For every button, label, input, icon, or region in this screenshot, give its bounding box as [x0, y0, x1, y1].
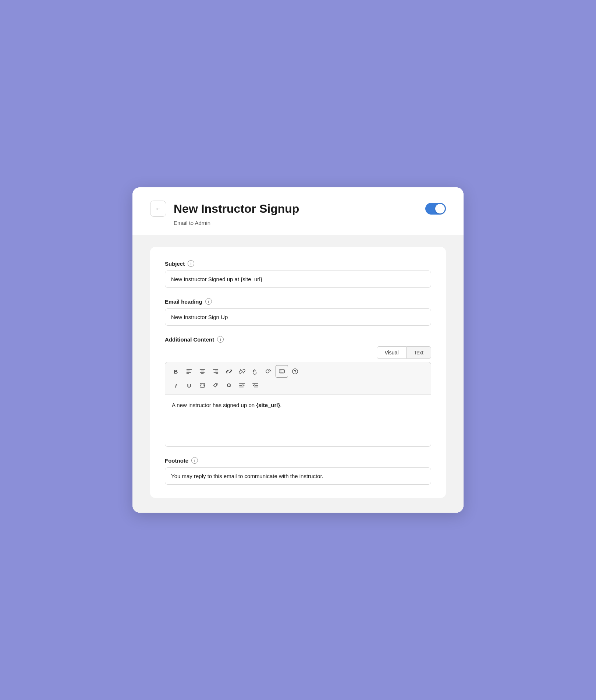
- redo-button[interactable]: [262, 365, 275, 378]
- indent-button[interactable]: [236, 379, 248, 392]
- code-button[interactable]: [196, 379, 209, 392]
- email-heading-info-icon[interactable]: i: [205, 298, 212, 305]
- italic-button[interactable]: I: [170, 379, 182, 392]
- subject-group: Subject i: [165, 260, 431, 288]
- subject-input[interactable]: [165, 271, 431, 288]
- footnote-input[interactable]: [165, 467, 431, 485]
- svg-rect-8: [213, 370, 218, 370]
- svg-rect-7: [201, 373, 203, 374]
- svg-rect-2: [187, 372, 191, 373]
- page-title: New Instructor Signup: [174, 202, 418, 216]
- footnote-label: Footnote i: [165, 457, 431, 464]
- svg-rect-6: [200, 372, 205, 373]
- svg-rect-0: [187, 370, 192, 370]
- modal-subtitle: Email to Admin: [150, 220, 446, 226]
- additional-content-group: Additional Content i Visual Text: [165, 336, 431, 447]
- svg-rect-15: [283, 371, 284, 371]
- modal-container: ← New Instructor Signup Email to Admin S…: [132, 187, 464, 513]
- editor-text-prefix: A new instructor has signed up on: [172, 402, 256, 408]
- svg-rect-10: [214, 372, 219, 373]
- back-button[interactable]: ←: [150, 201, 166, 217]
- editor-text-end: .: [280, 402, 281, 408]
- link-button[interactable]: [223, 365, 235, 378]
- header-top: ← New Instructor Signup: [150, 201, 446, 217]
- svg-rect-9: [215, 371, 218, 371]
- additional-content-info-icon[interactable]: i: [217, 336, 224, 343]
- svg-rect-13: [280, 371, 281, 371]
- undo-button[interactable]: [249, 365, 262, 378]
- svg-rect-1: [187, 371, 190, 371]
- subject-label: Subject i: [165, 260, 431, 267]
- svg-rect-14: [281, 371, 282, 371]
- svg-rect-19: [200, 383, 205, 388]
- svg-rect-16: [280, 372, 284, 372]
- keyboard-shortcuts-button[interactable]: [276, 365, 288, 378]
- enable-toggle[interactable]: [425, 203, 446, 215]
- svg-rect-11: [216, 373, 218, 374]
- footnote-info-icon[interactable]: i: [191, 457, 198, 464]
- editor-content-area[interactable]: A new instructor has signed up on {site_…: [165, 395, 431, 446]
- svg-rect-4: [200, 370, 205, 370]
- editor-wrapper: Visual Text B: [165, 346, 431, 447]
- form-card: Subject i Email heading i Additional Con…: [150, 247, 446, 498]
- tab-text[interactable]: Text: [406, 346, 431, 359]
- subject-info-icon[interactable]: i: [188, 260, 194, 267]
- toolbar-row-1: B: [170, 365, 426, 378]
- outdent-button[interactable]: [249, 379, 262, 392]
- bold-button[interactable]: B: [170, 365, 182, 378]
- tag-button[interactable]: [209, 379, 222, 392]
- special-chars-button[interactable]: Ω: [223, 379, 235, 392]
- email-heading-input[interactable]: [165, 308, 431, 326]
- editor-text-bold: {site_url}: [256, 402, 280, 408]
- align-right-button[interactable]: [209, 365, 222, 378]
- modal-header: ← New Instructor Signup Email to Admin: [132, 187, 464, 235]
- svg-point-20: [216, 384, 217, 385]
- underline-button[interactable]: U: [183, 379, 195, 392]
- svg-rect-5: [201, 371, 204, 371]
- editor-tabs: Visual Text: [165, 346, 431, 359]
- toolbar-row-2: I U: [170, 379, 426, 392]
- align-center-button[interactable]: [196, 365, 209, 378]
- unlink-button[interactable]: [236, 365, 248, 378]
- footnote-group: Footnote i: [165, 457, 431, 485]
- email-heading-label: Email heading i: [165, 298, 431, 305]
- editor-toolbar: B: [165, 362, 431, 395]
- align-left-button[interactable]: [183, 365, 195, 378]
- additional-content-label: Additional Content i: [165, 336, 431, 343]
- help-button[interactable]: [289, 365, 301, 378]
- tab-visual[interactable]: Visual: [377, 346, 406, 359]
- editor-box: B: [165, 362, 431, 447]
- email-heading-group: Email heading i: [165, 298, 431, 326]
- svg-point-18: [295, 372, 295, 373]
- svg-rect-3: [187, 373, 189, 374]
- modal-body: Subject i Email heading i Additional Con…: [132, 235, 464, 513]
